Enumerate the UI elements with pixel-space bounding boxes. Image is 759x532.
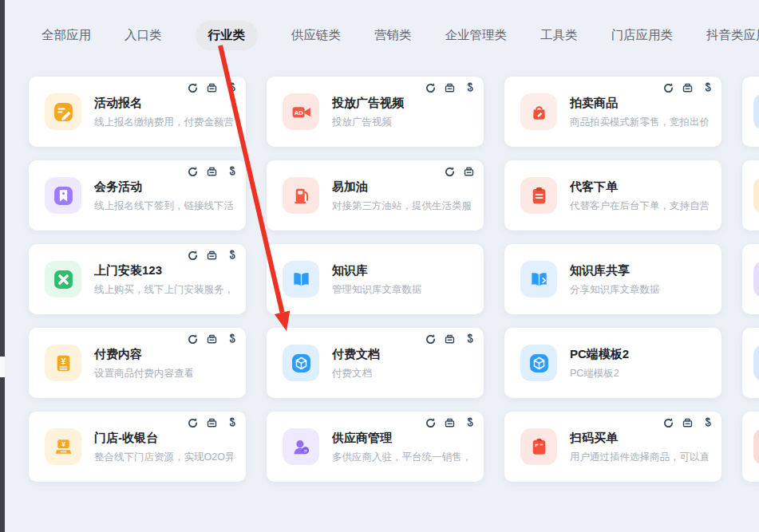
card-text: 会务活动 线上报名线下签到，链接线下活动。 xyxy=(94,178,233,213)
link-icon[interactable] xyxy=(225,166,237,178)
refresh-icon[interactable] xyxy=(187,333,199,345)
link-icon[interactable] xyxy=(701,82,713,94)
link-icon[interactable] xyxy=(463,82,475,94)
card-corner-actions xyxy=(187,166,237,178)
category-tab[interactable]: 行业类 xyxy=(196,21,259,50)
cube-icon xyxy=(520,345,557,381)
refresh-icon[interactable] xyxy=(187,82,199,94)
card-corner-actions xyxy=(187,333,237,345)
refresh-icon[interactable] xyxy=(444,166,456,178)
tab-label: 门店应用类 xyxy=(611,28,674,41)
refresh-icon[interactable] xyxy=(187,166,199,178)
app-card[interactable]: PC端模板2 PC端模板2 xyxy=(504,328,721,398)
app-card[interactable]: 活动报名 线上报名缴纳费用，付费金额营销... xyxy=(29,77,246,147)
app-description: 用户通过插件选择商品，可以直接... xyxy=(570,451,709,464)
category-tab[interactable]: 供应链类 xyxy=(291,21,341,50)
partial-app-icon xyxy=(753,261,759,298)
book-share-icon xyxy=(520,261,557,298)
store-icon[interactable] xyxy=(463,166,475,178)
card-corner-actions xyxy=(187,82,237,94)
app-card[interactable]: 付费文档 付费文档 xyxy=(267,328,484,398)
partial-app-card[interactable] xyxy=(742,160,759,231)
store-icon[interactable] xyxy=(682,417,694,429)
card-text: 代客下单 代替客户在后台下单，支持自营，... xyxy=(570,178,709,213)
svg-text:AD: AD xyxy=(294,109,303,116)
store-icon[interactable] xyxy=(206,333,218,345)
refresh-icon[interactable] xyxy=(187,250,199,262)
store-icon[interactable] xyxy=(444,417,456,429)
app-card[interactable]: ¥ 门店-收银台 整合线下门店资源，实现O2O异业... xyxy=(29,412,246,482)
store-icon[interactable] xyxy=(444,82,456,94)
app-card[interactable]: AD 投放广告视频 投放广告视频 xyxy=(267,77,484,147)
app-description: 代替客户在后台下单，支持自营，... xyxy=(570,199,709,213)
card-text: 投放广告视频 投放广告视频 xyxy=(332,94,404,129)
app-description: 线上报名缴纳费用，付费金额营销... xyxy=(94,116,233,129)
app-card[interactable]: 代客下单 代替客户在后台下单，支持自营，... xyxy=(504,160,721,231)
clipboard-icon xyxy=(520,177,557,214)
store-icon[interactable] xyxy=(206,166,218,178)
app-card[interactable]: 扫码买单 用户通过插件选择商品，可以直接... xyxy=(504,412,721,482)
category-tab[interactable]: 入口类 xyxy=(125,21,162,50)
store-icon[interactable] xyxy=(206,417,218,429)
store-icon[interactable] xyxy=(444,333,456,345)
link-icon[interactable] xyxy=(701,417,713,429)
app-card[interactable]: 供 供应商管理 多供应商入驻，平台统一销售，商... xyxy=(267,412,484,482)
app-title: 知识库共享 xyxy=(570,263,660,278)
store-icon[interactable] xyxy=(206,82,218,94)
card-text: 拍卖商品 商品拍卖模式新零售，竞拍出价得... xyxy=(570,94,709,129)
fuel-pump-icon xyxy=(283,177,319,214)
category-tab[interactable]: 工具类 xyxy=(540,21,578,50)
app-description: 整合线下门店资源，实现O2O异业... xyxy=(94,451,233,464)
tab-label: 工具类 xyxy=(540,28,578,41)
cash-register-icon: ¥ xyxy=(45,428,81,465)
app-card[interactable]: ¥ 付费内容 设置商品付费内容查看 xyxy=(29,328,246,398)
app-description: 商品拍卖模式新零售，竞拍出价得... xyxy=(570,116,709,129)
app-title: 付费内容 xyxy=(94,347,194,362)
partial-app-card[interactable] xyxy=(742,412,759,482)
link-icon[interactable] xyxy=(225,333,237,345)
partial-app-card[interactable] xyxy=(742,328,759,398)
app-title: 上门安装123 xyxy=(94,263,233,278)
link-icon[interactable] xyxy=(463,417,475,429)
store-icon[interactable] xyxy=(682,82,694,94)
app-title: 投放广告视频 xyxy=(332,96,404,111)
refresh-icon[interactable] xyxy=(662,82,674,94)
refresh-icon[interactable] xyxy=(425,417,437,429)
left-strip-notch xyxy=(0,357,5,377)
category-tab[interactable]: 门店应用类 xyxy=(611,21,674,50)
partial-app-card[interactable] xyxy=(742,77,759,147)
partial-app-card[interactable] xyxy=(742,244,759,314)
link-icon[interactable] xyxy=(225,250,237,262)
app-description: PC端模板2 xyxy=(570,367,629,380)
app-title: 门店-收银台 xyxy=(94,431,233,446)
bookmark-star-icon xyxy=(45,177,81,214)
open-book-icon xyxy=(283,261,319,298)
tools-icon xyxy=(45,261,81,298)
refresh-icon[interactable] xyxy=(187,417,199,429)
pen-document-icon xyxy=(45,93,81,130)
app-title: 代客下单 xyxy=(570,179,709,195)
refresh-icon[interactable] xyxy=(425,333,437,345)
app-card[interactable]: 拍卖商品 商品拍卖模式新零售，竞拍出价得... xyxy=(504,77,721,147)
app-card[interactable]: 知识库共享 分享知识库文章数据 xyxy=(504,244,721,314)
category-tab[interactable]: 企业管理类 xyxy=(445,21,508,50)
tab-label: 全部应用 xyxy=(42,28,91,41)
card-text: 易加油 对接第三方油站，提供生活类服务。 xyxy=(332,178,471,213)
category-tab[interactable]: 全部应用 xyxy=(42,21,91,50)
app-card[interactable]: 知识库 管理知识库文章数据 xyxy=(267,244,484,314)
app-description: 付费文档 xyxy=(332,367,380,380)
refresh-icon[interactable] xyxy=(425,82,437,94)
app-card[interactable]: 上门安装123 线上购买，线下上门安装服务，核... xyxy=(29,244,246,314)
link-icon[interactable] xyxy=(463,333,475,345)
category-tab[interactable]: 营销类 xyxy=(374,21,412,50)
link-icon[interactable] xyxy=(225,82,237,94)
link-icon[interactable] xyxy=(225,417,237,429)
app-card[interactable]: 易加油 对接第三方油站，提供生活类服务。 xyxy=(267,160,484,231)
app-card-grid: 活动报名 线上报名缴纳费用，付费金额营销... AD 投放广告视频 投放广告视频… xyxy=(29,77,721,482)
category-tab[interactable]: 抖音类应用 xyxy=(706,21,759,50)
app-card[interactable]: 会务活动 线上报名线下签到，链接线下活动。 xyxy=(29,160,246,231)
refresh-icon[interactable] xyxy=(662,417,674,429)
partial-app-icon xyxy=(753,93,759,130)
app-title: 活动报名 xyxy=(94,96,233,111)
store-icon[interactable] xyxy=(206,250,218,262)
